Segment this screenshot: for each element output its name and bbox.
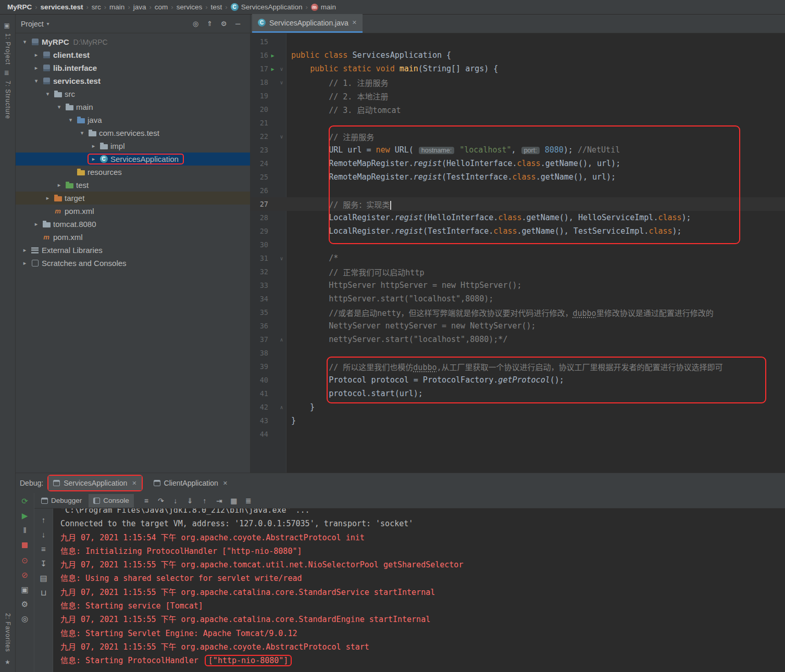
code-line[interactable]: 16▶public class ServicesApplication { [251,48,785,62]
fold-icon[interactable]: ∨ [277,66,286,72]
stop-icon[interactable] [22,542,28,548]
code-line[interactable]: 19 // 2. 本地注册 [251,89,785,103]
chevron-right-icon[interactable]: ▸ [31,221,41,227]
project-tree-item[interactable]: ▸Scratches and Consoles [16,257,250,270]
code-line[interactable]: 38 [251,346,785,360]
breadcrumb-item[interactable]: MyRPC [5,3,34,11]
use-soft-wraps-icon[interactable]: ≡ [41,545,46,553]
close-icon[interactable]: ✕ [223,480,228,487]
settings-icon[interactable]: ⚙ [217,20,231,28]
breadcrumb-item[interactable]: services [175,3,205,11]
chevron-down-icon[interactable]: ▾ [54,104,64,110]
chevron-down-icon[interactable]: ▾ [66,117,76,123]
code-line[interactable]: 20 // 3. 启动tomcat [251,103,785,116]
chevron-down-icon[interactable]: ▾ [77,130,87,136]
step-out-icon[interactable]: ↑ [197,497,212,505]
code-line[interactable]: 41 protocol.start(url); [251,387,785,400]
collapse-all-icon[interactable]: ⇑ [203,20,217,28]
chevron-right-icon[interactable]: ▸ [31,52,41,58]
code-line[interactable]: 24 RemoteMapRegister.regist(HelloInterfa… [251,157,785,170]
project-tree-item[interactable]: ▾services.test [16,74,250,87]
code-line[interactable]: 30 [251,238,785,251]
fold-icon[interactable]: ∧ [277,404,286,410]
pin-icon[interactable]: ◎ [21,615,28,623]
chevron-right-icon[interactable]: ▸ [89,143,98,149]
print-icon[interactable]: ▤ [40,574,47,582]
project-tree-item[interactable]: ▾main [16,100,250,113]
breadcrumb-item[interactable]: test [209,3,225,11]
chevron-down-icon[interactable]: ▾ [20,39,30,45]
run-to-cursor-icon[interactable]: ⇥ [212,497,227,505]
hide-icon[interactable]: ─ [231,20,245,28]
chevron-right-icon[interactable]: ▸ [89,156,98,162]
breadcrumb-item[interactable]: com [153,3,170,11]
code-line[interactable]: 43} [251,414,785,427]
view-breakpoints-icon[interactable]: ⊙ [21,556,28,564]
code-line[interactable]: 29 LocalRegister.regist(TestInterface.cl… [251,224,785,238]
project-tree-item[interactable]: ▾MyRPCD:\MyRPC [16,35,250,48]
step-over-icon[interactable]: ↷ [154,497,168,505]
project-tree-item[interactable]: ▸target [16,192,250,205]
code-line[interactable]: 18∨ // 1. 注册服务 [251,75,785,89]
mute-breakpoints-icon[interactable]: ⊘ [21,571,28,579]
code-line[interactable]: 21 [251,116,785,130]
code-line[interactable]: 25 RemoteMapRegister.regist(TestInterfac… [251,170,785,184]
chevron-right-icon[interactable]: ▸ [54,182,64,188]
tool-stripe-favorites[interactable]: 2: Favorites [4,613,11,652]
project-tree-item[interactable]: ▸test [16,179,250,192]
console-panel[interactable]: "C:\Program Files\Java\jdk1.8.0_212\bin\… [53,509,785,672]
run-gutter-icon[interactable]: ▶ [268,66,277,72]
tool-stripe-project[interactable]: 1: Project [4,33,11,65]
code-line[interactable]: 42∧ } [251,400,785,414]
code-line[interactable]: 17▶∨ public static void main(String[] ar… [251,62,785,75]
thread-dump-icon[interactable]: ▣ [21,586,28,593]
tab-console[interactable]: Console [89,494,134,508]
code-line[interactable]: 22∨ // 注册服务 [251,130,785,143]
down-stack-icon[interactable]: ↓ [42,530,46,538]
code-line[interactable]: 27 // 服务：实现类 [251,197,785,211]
breadcrumb-item[interactable]: main [107,3,127,11]
editor-body[interactable]: 1516▶public class ServicesApplication {1… [251,33,785,473]
code-line[interactable]: 31∨ /* [251,251,785,265]
soft-wrap-icon[interactable]: ≡ [139,497,154,505]
locate-icon[interactable]: ◎ [189,20,203,28]
fold-icon[interactable]: ∨ [277,134,286,140]
code-line[interactable]: 35 //或者是启动netty，但这样写弊端就是修改协议要对代码进行修改，dub… [251,306,785,319]
project-tree-item[interactable]: ▾java [16,113,250,126]
chevron-right-icon[interactable]: ▸ [43,195,53,201]
chevron-right-icon[interactable]: ▸ [20,260,30,267]
tab-debugger[interactable]: Debugger [36,494,86,508]
project-tree-item[interactable]: ▸client.test [16,48,250,61]
code-line[interactable]: 37∧ nettyServer.start("localhost",8080);… [251,333,785,346]
chevron-right-icon[interactable]: ▸ [20,247,30,253]
code-line[interactable]: 39 // 所以这里我们也模仿dubbo,从工厂里获取一个协议进行启动，协议工厂… [251,360,785,373]
code-line[interactable]: 44 [251,427,785,441]
restore-layout-icon[interactable]: ▦ [227,497,241,505]
code-line[interactable]: 26 [251,184,785,197]
rerun-icon[interactable]: ⟳ [21,497,28,505]
breadcrumb-item[interactable]: java [131,3,148,11]
breadcrumb-item[interactable]: src [90,3,103,11]
breadcrumb-item[interactable]: services.test [39,3,85,11]
code-line[interactable]: 34 httpServer.start("localhost",8080); [251,292,785,306]
fold-icon[interactable]: ∧ [277,337,286,343]
fold-icon[interactable]: ∨ [277,256,286,261]
project-tree-item[interactable]: ▾com.services.test [16,126,250,140]
debug-session-tab[interactable]: ServicesApplication✕ [48,476,141,490]
resume-icon[interactable]: ▶ [22,512,28,519]
code-line[interactable]: 40 Protocol protocol = ProtocolFactory.g… [251,373,785,387]
project-tree-item[interactable]: ▸External Libraries [16,244,250,257]
scroll-to-end-icon[interactable]: ↧ [40,560,47,567]
close-icon[interactable]: ✕ [352,19,357,26]
project-tree-item[interactable]: ▸lib.interface [16,61,250,74]
code-line[interactable]: 32 // 正常我们可以启动http [251,265,785,278]
editor-tab[interactable]: C ServicesApplication.java ✕ [252,14,363,33]
force-step-into-icon[interactable]: ⇓ [183,497,197,505]
code-line[interactable]: 36 NettyServer nettyServer = new NettySe… [251,319,785,333]
code-line[interactable]: 15 [251,35,785,48]
pause-icon[interactable]: ‖ [23,526,26,534]
project-tree-item[interactable]: mpom.xml [16,231,250,244]
step-into-icon[interactable]: ↓ [168,497,183,505]
chevron-right-icon[interactable]: ▸ [31,65,41,71]
project-tree-item[interactable]: ▸tomcat.8080 [16,218,250,231]
